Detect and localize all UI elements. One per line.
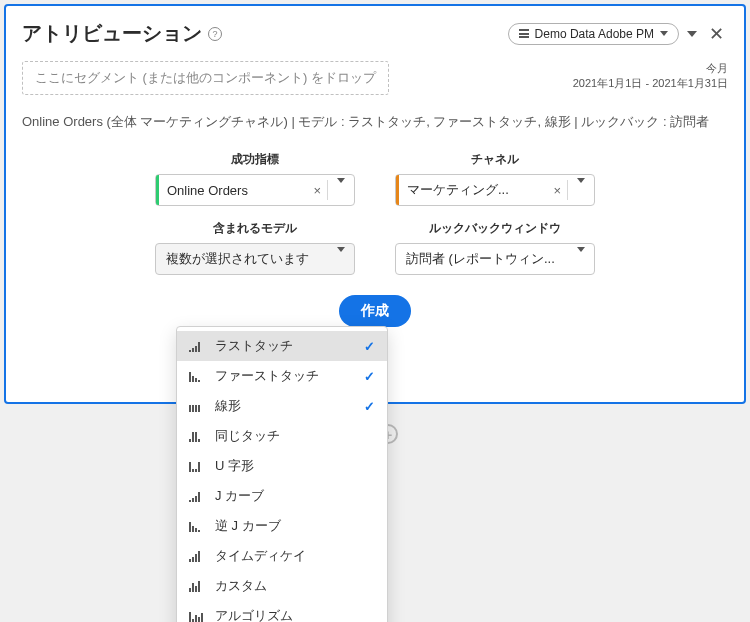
model-menu-label: U 字形 (215, 457, 375, 475)
chevron-down-icon (568, 252, 594, 267)
model-menu-label: 線形 (215, 397, 354, 415)
model-shape-icon (189, 520, 205, 532)
model-menu: ラストタッチ✓ファーストタッチ✓線形✓同じタッチU 字形J カーブ逆 J カーブ… (176, 326, 388, 622)
model-menu-item[interactable]: ラストタッチ✓ (177, 331, 387, 361)
create-button[interactable]: 作成 (339, 295, 411, 327)
lookback-select[interactable]: 訪問者 (レポートウィン... (395, 243, 595, 275)
model-shape-icon (189, 340, 205, 352)
dataset-icon (519, 29, 529, 38)
dataset-selector[interactable]: Demo Data Adobe PM (508, 23, 679, 45)
model-shape-icon (189, 430, 205, 442)
close-icon[interactable]: ✕ (705, 23, 728, 45)
model-shape-icon (189, 400, 205, 412)
config-summary: Online Orders (全体 マーケティングチャネル) | モデル : ラ… (22, 113, 728, 131)
clear-icon[interactable]: × (307, 183, 327, 198)
model-shape-icon (189, 610, 205, 622)
metric-label: 成功指標 (231, 151, 279, 168)
check-icon: ✓ (364, 369, 375, 384)
model-menu-item[interactable]: 線形✓ (177, 391, 387, 421)
segment-dropzone[interactable]: ここにセグメント (または他のコンポーネント) をドロップ (22, 61, 389, 95)
model-menu-item[interactable]: アルゴリズム (177, 601, 387, 622)
date-range: 2021年1月1日 - 2021年1月31日 (573, 76, 728, 91)
model-menu-label: ファーストタッチ (215, 367, 354, 385)
model-menu-item[interactable]: 逆 J カーブ (177, 511, 387, 541)
model-shape-icon (189, 460, 205, 472)
date-label: 今月 (573, 61, 728, 76)
model-menu-label: 逆 J カーブ (215, 517, 375, 535)
clear-icon[interactable]: × (547, 183, 567, 198)
model-menu-item[interactable]: ファーストタッチ✓ (177, 361, 387, 391)
metric-select[interactable]: Online Orders × (155, 174, 355, 206)
model-menu-item[interactable]: J カーブ (177, 481, 387, 511)
date-range-picker[interactable]: 今月 2021年1月1日 - 2021年1月31日 (573, 61, 728, 91)
lookback-label: ルックバックウィンドウ (429, 220, 561, 237)
model-menu-label: タイムディケイ (215, 547, 375, 565)
model-menu-label: ラストタッチ (215, 337, 354, 355)
channel-value: マーケティング... (399, 181, 547, 199)
chevron-down-icon (328, 183, 354, 198)
model-menu-item[interactable]: U 字形 (177, 451, 387, 481)
model-shape-icon (189, 580, 205, 592)
channel-label: チャネル (471, 151, 519, 168)
panel-header: アトリビューション ? Demo Data Adobe PM ✕ (22, 20, 728, 47)
model-menu-item[interactable]: カスタム (177, 571, 387, 601)
channel-select[interactable]: マーケティング... × (395, 174, 595, 206)
check-icon: ✓ (364, 399, 375, 414)
panel-title: アトリビューション (22, 20, 202, 47)
model-shape-icon (189, 370, 205, 382)
model-menu-label: J カーブ (215, 487, 375, 505)
model-menu-label: アルゴリズム (215, 607, 375, 622)
model-label: 含まれるモデル (213, 220, 297, 237)
check-icon: ✓ (364, 339, 375, 354)
model-menu-item[interactable]: 同じタッチ (177, 421, 387, 451)
help-icon[interactable]: ? (208, 27, 222, 41)
model-menu-label: カスタム (215, 577, 375, 595)
chevron-down-icon (660, 31, 668, 36)
model-shape-icon (189, 490, 205, 502)
chevron-down-icon (568, 183, 594, 198)
lookback-value: 訪問者 (レポートウィン... (396, 250, 568, 268)
model-select[interactable]: 複数が選択されています (155, 243, 355, 275)
model-value: 複数が選択されています (156, 250, 328, 268)
collapse-icon[interactable] (687, 31, 697, 37)
model-shape-icon (189, 550, 205, 562)
dataset-label: Demo Data Adobe PM (535, 27, 654, 41)
model-menu-label: 同じタッチ (215, 427, 375, 445)
metric-value: Online Orders (159, 183, 307, 198)
model-menu-item[interactable]: タイムディケイ (177, 541, 387, 571)
chevron-down-icon (328, 252, 354, 267)
